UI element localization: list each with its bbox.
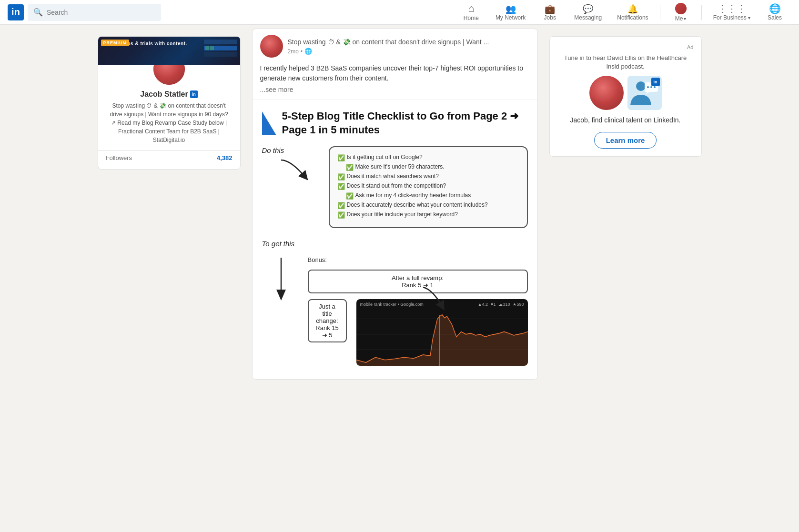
nav-my-network[interactable]: My Network [488,0,533,25]
svg-point-8 [636,81,646,91]
checklist-item-4: ✅ Does it stand out from the competition… [337,182,519,190]
search-bar[interactable]: 🔍 [28,4,161,21]
notifications-icon [627,4,638,13]
followers-label: Followers [106,154,132,161]
right-sidebar: Ad Tune in to hear David Ellis on the He… [549,36,702,383]
navbar: in 🔍 Home My Network Jobs Messaging Noti… [0,0,799,25]
do-this-label: Do this [262,146,284,154]
blog-title: 5-Step Blog Title Checklist to Go from P… [282,110,528,137]
svg-point-11 [650,86,652,88]
post-author-name[interactable]: Stop wasting ⏱ & 💸 on content that doesn… [288,38,507,47]
post-author-avatar[interactable] [260,35,283,58]
checklist-item-5: ✅ Ask me for my 4 click-worthy header fo… [337,192,519,200]
sales-icon: 🌐 [769,4,781,13]
nav-for-business-label: For Business [713,14,750,21]
nav-me-label: Me [675,15,687,22]
check-icon-4: ✅ [337,183,345,190]
nav-me[interactable]: Me [664,0,698,25]
svg-point-12 [654,86,656,88]
main-feed: Stop wasting ⏱ & 💸 on content that doesn… [252,29,538,383]
jobs-icon [545,4,555,13]
check-icon-2: ✅ [346,164,354,171]
chart-svg [356,309,528,366]
check-icon-5: ✅ [346,192,354,200]
nav-items: Home My Network Jobs Messaging Notificat… [455,0,791,25]
learn-more-button[interactable]: Learn more [594,132,657,149]
ad-card: Ad Tune in to hear David Ellis on the He… [549,36,702,157]
arrow-to-spike [414,285,452,315]
check-icon-1: ✅ [337,154,345,161]
nav-notifications-label: Notifications [617,14,648,21]
see-more-button[interactable]: ...see more [260,86,293,93]
grid-icon: ⋮⋮⋮ [718,4,746,13]
arrow-down-wrap [262,255,300,303]
chevron-down-icon-2 [748,14,750,21]
check-icon-7: ✅ [337,211,345,219]
arrow-to-checklist [276,158,324,188]
nav-sales[interactable]: 🌐 Sales [758,0,791,25]
post-privacy-icon: 🌐 [304,48,312,55]
ad-podcast-text: Tune in to hear David Ellis on the Healt… [557,54,694,71]
post-header: Stop wasting ⏱ & 💸 on content that doesn… [253,29,537,63]
svg-marker-6 [356,315,528,366]
title-change-box: Just a title change:Rank 15 ➜ 5 [308,299,347,342]
bonus-area: Bonus: After a full revamp:Rank 5 ➜ 1 Ju… [308,255,528,366]
nav-divider [660,5,660,20]
ad-person-avatar [589,76,624,110]
linkedin-verified-icon: in [190,90,198,98]
profile-bio: Stop wasting ⏱ & 💸 on content that doesn… [98,101,240,144]
followers-count[interactable]: 4,382 [217,154,233,161]
chart-wrap: mobile rank tracker • Google.com ▲4.2 ♥1… [356,299,528,366]
ad-images: in [557,76,694,110]
chevron-down-icon [684,15,686,22]
linkedin-logo[interactable]: in [8,4,24,20]
to-get-label: To get this [262,240,528,248]
checklist-box: ✅ Is it getting cut off on Google? ✅ Mak… [329,146,528,228]
checklist-item-1: ✅ Is it getting cut off on Google? [337,154,519,161]
chart-and-rank: Just a title change:Rank 15 ➜ 5 [308,299,528,366]
post-time: 2mo [288,48,299,55]
nav-jobs-label: Jobs [544,14,556,21]
profile-name: Jacob Statler [140,90,188,99]
svg-marker-0 [276,290,286,301]
post-text: I recently helped 3 B2B SaaS companies u… [260,63,530,83]
network-icon [506,4,516,13]
check-icon-3: ✅ [337,173,345,181]
nav-home[interactable]: Home [455,0,488,25]
bonus-label: Bonus: [308,255,528,264]
nav-home-label: Home [464,15,479,21]
post-body: I recently helped 3 B2B SaaS companies u… [253,63,537,100]
to-get-section: To get this Bonus: [262,240,528,370]
nav-jobs[interactable]: Jobs [533,0,566,25]
search-icon: 🔍 [33,8,43,17]
arrow-down-svg [267,255,295,303]
search-input[interactable] [47,9,155,16]
check-icon-6: ✅ [337,202,345,209]
nav-notifications[interactable]: Notifications [609,0,656,25]
messaging-icon [583,4,593,13]
profile-banner: PREMIUM Scale demos & trials with conten… [98,37,240,65]
post-info: Stop wasting ⏱ & 💸 on content that doesn… [288,38,530,55]
to-get-content: Bonus: After a full revamp:Rank 5 ➜ 1 Ju… [262,255,528,366]
ad-illustration: in [627,76,662,110]
feed-post: Stop wasting ⏱ & 💸 on content that doesn… [252,29,538,380]
checklist-item-3: ✅ Does it match what searchers want? [337,173,519,181]
ad-cta-text: Jacob, find clinical talent on LinkedIn. [557,116,694,125]
nav-messaging[interactable]: Messaging [566,0,609,25]
ad-label: Ad [557,44,694,50]
nav-my-network-label: My Network [496,14,526,21]
bullet: • [301,48,303,55]
avatar [675,3,687,14]
profile-followers: Followers 4,382 [98,150,240,161]
page-layout: PREMIUM Scale demos & trials with conten… [0,0,799,383]
avatar-image [675,3,687,14]
premium-badge: PREMIUM [101,40,130,46]
nav-messaging-label: Messaging [574,14,602,21]
blog-graphic-header: 5-Step Blog Title Checklist to Go from P… [262,110,528,137]
checklist-item-2: ✅ Make sure it's under 59 characters. [337,163,519,171]
profile-name-row: Jacob Statler in [98,90,240,99]
profile-card: PREMIUM Scale demos & trials with conten… [98,36,241,170]
left-sidebar: PREMIUM Scale demos & trials with conten… [98,36,241,383]
chart-stats: ▲4.2 ♥1 ☁310 ★590 [478,302,524,307]
nav-for-business[interactable]: ⋮⋮⋮ For Business [706,0,758,25]
